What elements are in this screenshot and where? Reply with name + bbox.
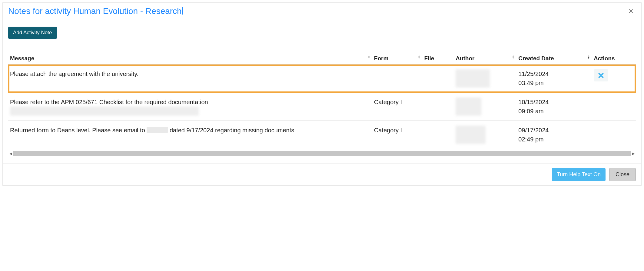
- message-redacted: ████████████████████████████████████████…: [10, 107, 199, 116]
- close-icon[interactable]: ×: [626, 6, 636, 17]
- message-text: dated 9/17/2024 regarding missing docume…: [168, 127, 296, 134]
- author-redacted: ███████████: [456, 97, 481, 116]
- dialog-header: Notes for activity Human Evolution - Res…: [3, 3, 641, 21]
- scroll-left-icon[interactable]: ◀: [8, 152, 13, 156]
- cell-file: [423, 64, 454, 93]
- col-file-label: File: [424, 55, 434, 61]
- notes-table: Message ▲▼ Form ▲▼ File Author ▲▼: [8, 53, 636, 149]
- dialog-footer: Turn Help Text On Close: [3, 164, 641, 185]
- close-button[interactable]: Close: [609, 168, 636, 181]
- message-text: Returned form to Deans level. Please see…: [10, 127, 147, 134]
- message-text: Please attach the agreement with the uni…: [10, 71, 138, 77]
- cell-message: Returned form to Deans level. Please see…: [8, 121, 372, 149]
- col-form[interactable]: Form ▲▼: [372, 53, 423, 64]
- cell-form: Category I: [372, 121, 423, 149]
- col-created-label: Created Date: [518, 55, 554, 61]
- delete-note-button[interactable]: [594, 69, 608, 81]
- col-created-date[interactable]: Created Date ▲▼: [516, 53, 592, 64]
- sort-icon[interactable]: ▲▼: [418, 55, 421, 59]
- author-redacted: ███████████: [456, 126, 486, 144]
- cell-author: ███████████: [454, 121, 516, 149]
- cell-created-date: 11/25/2024 03:49 pm: [516, 64, 592, 93]
- cell-actions: [592, 64, 636, 93]
- col-file[interactable]: File: [423, 53, 454, 64]
- x-icon: [597, 72, 605, 79]
- table-row: Please attach the agreement with the uni…: [8, 64, 636, 93]
- cell-created-date: 10/15/2024 09:09 am: [516, 93, 592, 121]
- cell-actions: [592, 121, 636, 149]
- table-row: Returned form to Deans level. Please see…: [8, 121, 636, 149]
- dialog-title: Notes for activity Human Evolution - Res…: [8, 6, 183, 16]
- created-time: 03:49 pm: [518, 80, 543, 86]
- message-text: Please refer to the APM 025/671 Checklis…: [10, 99, 208, 105]
- created-time: 02:49 pm: [518, 136, 543, 143]
- table-header-row: Message ▲▼ Form ▲▼ File Author ▲▼: [8, 53, 636, 64]
- cell-message: Please attach the agreement with the uni…: [8, 64, 372, 93]
- horizontal-scrollbar[interactable]: ◀ ▶: [8, 151, 636, 156]
- notes-dialog: Notes for activity Human Evolution - Res…: [2, 2, 642, 186]
- cell-form: [372, 64, 423, 93]
- cell-author: █████████████: [454, 64, 516, 93]
- created-date: 09/17/2024: [518, 127, 549, 134]
- sort-icon[interactable]: ▲▼: [587, 55, 590, 59]
- table-row: Please refer to the APM 025/671 Checklis…: [8, 93, 636, 121]
- created-date: 10/15/2024: [518, 99, 549, 105]
- cell-author: ███████████: [454, 93, 516, 121]
- author-redacted: █████████████: [456, 69, 490, 88]
- col-actions-label: Actions: [594, 55, 615, 61]
- col-author[interactable]: Author ▲▼: [454, 53, 516, 64]
- cell-actions: [592, 93, 636, 121]
- cell-file: [423, 93, 454, 121]
- cell-form: Category I: [372, 93, 423, 121]
- sort-icon[interactable]: ▲▼: [367, 55, 370, 59]
- col-form-label: Form: [374, 55, 389, 61]
- scroll-right-icon[interactable]: ▶: [631, 152, 636, 156]
- sort-icon[interactable]: ▲▼: [512, 55, 515, 59]
- cell-created-date: 09/17/2024 02:49 pm: [516, 121, 592, 149]
- col-actions: Actions: [592, 53, 636, 64]
- inline-redacted: [147, 127, 168, 133]
- cell-message: Please refer to the APM 025/671 Checklis…: [8, 93, 372, 121]
- cell-file: [423, 121, 454, 149]
- col-author-label: Author: [456, 55, 474, 61]
- col-message-label: Message: [10, 55, 34, 61]
- col-message[interactable]: Message ▲▼: [8, 53, 372, 64]
- turn-help-text-on-button[interactable]: Turn Help Text On: [552, 168, 606, 181]
- scrollbar-track[interactable]: [13, 151, 631, 156]
- created-date: 11/25/2024: [518, 71, 549, 77]
- created-time: 09:09 am: [518, 108, 543, 114]
- dialog-body: Add Activity Note Message ▲▼ Form ▲▼: [3, 21, 641, 149]
- add-activity-note-button[interactable]: Add Activity Note: [8, 27, 57, 39]
